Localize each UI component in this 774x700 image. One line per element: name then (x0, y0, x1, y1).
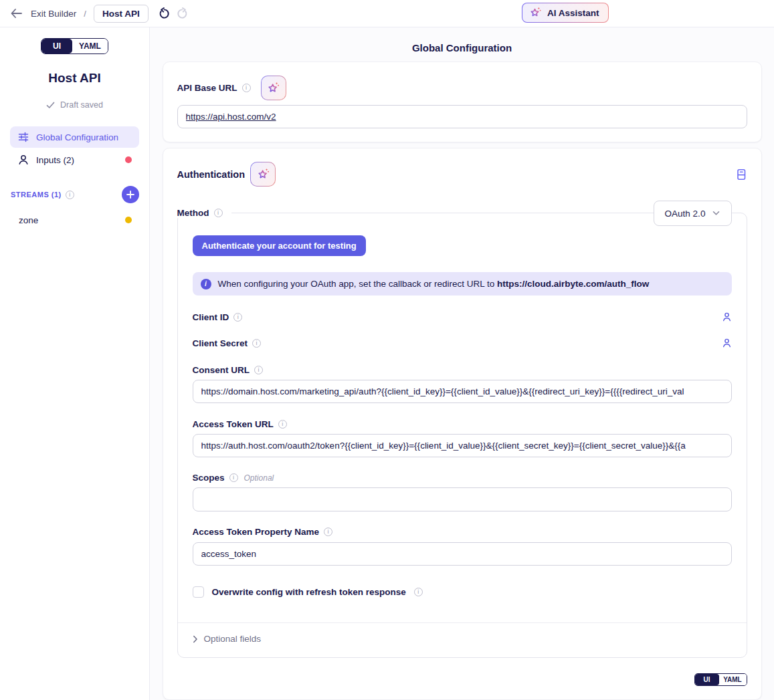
ai-sparkle-star-icon (528, 6, 542, 19)
connector-name-field[interactable]: Host API (94, 5, 149, 23)
scopes-field: Scopes Optional (193, 473, 732, 511)
save-status-label: Draft saved (60, 100, 103, 110)
client-secret-label: Client Secret (193, 338, 248, 348)
arrow-left-icon (11, 9, 22, 18)
plus-icon (126, 191, 134, 199)
overwrite-config-row: Overwrite config with refresh token resp… (193, 586, 732, 598)
access-token-url-label: Access Token URL (193, 419, 274, 429)
checkmark-icon (46, 102, 55, 109)
documentation-button[interactable] (735, 168, 747, 181)
info-icon (201, 279, 211, 289)
api-base-url-ai-button[interactable] (261, 76, 286, 100)
ai-assistant-label: AI Assistant (547, 8, 599, 18)
breadcrumb-separator: / (84, 9, 86, 19)
connector-title: Host API (10, 71, 139, 86)
method-info-icon[interactable] (214, 209, 223, 217)
method-selected-value: OAuth 2.0 (665, 209, 706, 219)
api-base-url-input[interactable] (177, 105, 747, 128)
scopes-optional-tag: Optional (244, 473, 274, 483)
streams-header: STREAMS (1) (10, 186, 139, 203)
main-panel: Global Configuration API Base URL (150, 27, 774, 700)
undo-icon[interactable] (158, 7, 171, 20)
ui-yaml-toggle: UI YAML (41, 38, 108, 54)
stream-status-dot (125, 217, 132, 223)
user-input-icon[interactable] (722, 312, 732, 322)
scopes-label: Scopes (193, 473, 225, 483)
streams-info-icon[interactable] (66, 191, 74, 199)
connector-builder-app: Exit Builder / Host API AI Assistant UI … (0, 0, 774, 700)
token-property-field: Access Token Property Name (193, 527, 732, 566)
scopes-info-icon[interactable] (229, 473, 238, 482)
sidebar-item-inputs[interactable]: Inputs (2) (10, 149, 139, 170)
api-base-url-card: API Base URL (163, 62, 762, 142)
consent-url-input[interactable] (193, 380, 732, 403)
book-icon (735, 168, 747, 181)
method-label: Method (177, 208, 209, 218)
overwrite-config-checkbox[interactable] (193, 586, 204, 598)
optional-fields-label: Optional fields (204, 634, 262, 644)
card-toggle-ui-option[interactable]: UI (695, 674, 719, 685)
streams-label: STREAMS (1) (11, 191, 62, 199)
chevron-right-icon (193, 635, 198, 643)
api-base-url-label: API Base URL (177, 83, 237, 93)
oauth-callback-info-banner: When configuring your OAuth app, set the… (193, 272, 732, 296)
client-id-label: Client ID (193, 312, 229, 322)
overwrite-config-info-icon[interactable] (414, 588, 423, 596)
sidebar-item-stream-zone[interactable]: zone (10, 209, 139, 231)
client-id-info-icon[interactable] (233, 313, 242, 322)
back-button[interactable] (11, 9, 22, 18)
authentication-ai-button[interactable] (250, 162, 276, 187)
client-secret-info-icon[interactable] (252, 339, 261, 348)
info-banner-text: When configuring your OAuth app, set the… (218, 279, 650, 289)
redo-icon[interactable] (176, 7, 189, 20)
overwrite-config-label: Overwrite config with refresh token resp… (212, 587, 406, 597)
client-secret-row: Client Secret (193, 338, 732, 348)
page-title: Global Configuration (163, 42, 762, 53)
access-token-url-input[interactable] (193, 434, 732, 457)
oauth-config-group: Method OAuth 2.0 Authenticate your accou… (177, 213, 747, 658)
access-token-url-field: Access Token URL (193, 419, 732, 457)
exit-builder-link[interactable]: Exit Builder (31, 9, 76, 19)
authenticate-testing-button[interactable]: Authenticate your account for testing (193, 235, 366, 256)
sidebar-item-label: Global Configuration (36, 132, 118, 142)
authentication-card: Authentication Method (163, 148, 762, 700)
sliders-icon (17, 131, 29, 143)
save-status: Draft saved (10, 100, 139, 110)
client-id-row: Client ID (193, 312, 732, 322)
callback-url: https://cloud.airbyte.com/auth_flow (497, 279, 649, 289)
consent-url-label: Consent URL (193, 365, 250, 375)
stream-name: zone (19, 215, 38, 225)
toggle-ui-option[interactable]: UI (41, 39, 72, 53)
user-input-icon[interactable] (722, 338, 732, 348)
optional-fields-toggle[interactable]: Optional fields (193, 634, 732, 644)
sidebar-item-label: Inputs (2) (36, 155, 74, 165)
top-bar: Exit Builder / Host API AI Assistant (0, 0, 774, 27)
token-property-input[interactable] (193, 542, 732, 566)
access-token-url-info-icon[interactable] (278, 420, 287, 429)
user-icon (17, 154, 29, 166)
add-stream-button[interactable] (122, 186, 139, 203)
authentication-section-label: Authentication (177, 169, 246, 180)
method-select[interactable]: OAuth 2.0 (654, 201, 732, 226)
builder-sidebar: UI YAML Host API Draft saved Global Conf… (0, 27, 150, 700)
card-toggle-yaml-option[interactable]: YAML (719, 674, 747, 685)
token-property-info-icon[interactable] (324, 528, 332, 536)
sidebar-item-global-configuration[interactable]: Global Configuration (10, 126, 139, 148)
scopes-input[interactable] (193, 487, 732, 511)
api-base-url-info-icon[interactable] (242, 84, 251, 92)
consent-url-field: Consent URL (193, 365, 732, 403)
section-divider (178, 622, 747, 623)
ai-assistant-button[interactable]: AI Assistant (522, 3, 609, 23)
inputs-status-dot (125, 156, 132, 163)
card-ui-yaml-toggle: UI YAML (694, 673, 747, 686)
ai-sparkle-star-icon (266, 81, 280, 95)
ai-sparkle-star-icon (256, 167, 270, 181)
consent-url-info-icon[interactable] (254, 366, 263, 374)
toggle-yaml-option[interactable]: YAML (72, 39, 108, 53)
chevron-down-icon (712, 211, 720, 216)
token-property-label: Access Token Property Name (193, 527, 320, 537)
